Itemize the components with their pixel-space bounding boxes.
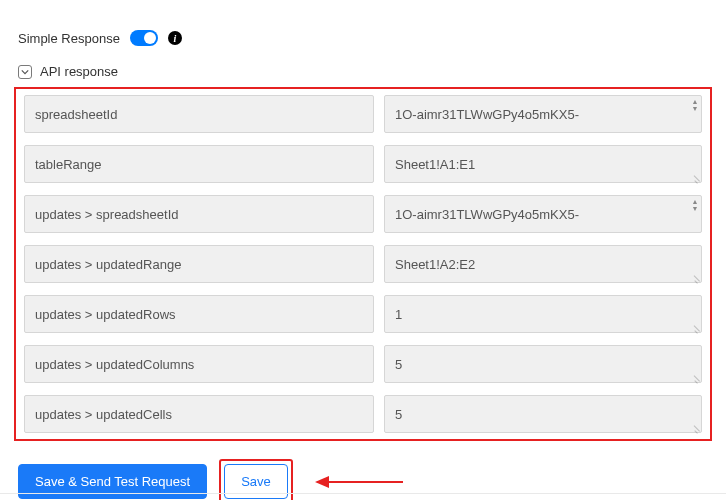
table-row: updates > updatedRange Sheet1!A2:E2: [16, 239, 710, 289]
response-value-text: Sheet1!A1:E1: [395, 157, 475, 172]
response-value[interactable]: 5: [384, 395, 702, 433]
table-row: updates > updatedColumns 5: [16, 339, 710, 389]
simple-response-row: Simple Response i: [18, 30, 712, 46]
section-title: API response: [40, 64, 118, 79]
simple-response-toggle[interactable]: [130, 30, 158, 46]
response-value[interactable]: Sheet1!A2:E2: [384, 245, 702, 283]
table-row: updates > updatedRows 1: [16, 289, 710, 339]
divider: [0, 493, 726, 494]
api-response-table: spreadsheetId 1O-aimr31TLWwGPy4o5mKX5- ▲…: [14, 87, 712, 441]
scroll-icon[interactable]: ▲▼: [691, 98, 699, 130]
response-key[interactable]: updates > updatedCells: [24, 395, 374, 433]
resize-grip-icon[interactable]: [692, 273, 700, 281]
table-row: tableRange Sheet1!A1:E1: [16, 139, 710, 189]
response-key[interactable]: updates > updatedRows: [24, 295, 374, 333]
resize-grip-icon[interactable]: [692, 323, 700, 331]
info-icon[interactable]: i: [168, 31, 182, 45]
svg-marker-1: [315, 476, 329, 488]
chevron-down-icon[interactable]: [18, 65, 32, 79]
response-value-text: Sheet1!A2:E2: [395, 257, 475, 272]
simple-response-label: Simple Response: [18, 31, 120, 46]
response-value-text: 5: [395, 357, 402, 372]
response-key[interactable]: updates > updatedColumns: [24, 345, 374, 383]
api-response-header: API response: [18, 64, 712, 79]
resize-grip-icon[interactable]: [692, 173, 700, 181]
table-row: updates > spreadsheetId 1O-aimr31TLWwGPy…: [16, 189, 710, 239]
response-key[interactable]: updates > spreadsheetId: [24, 195, 374, 233]
response-value[interactable]: 1O-aimr31TLWwGPy4o5mKX5- ▲▼: [384, 195, 702, 233]
annotation-arrow-icon: [315, 472, 405, 492]
response-value-text: 1: [395, 307, 402, 322]
resize-grip-icon[interactable]: [692, 373, 700, 381]
response-value-text: 1O-aimr31TLWwGPy4o5mKX5-: [395, 107, 579, 122]
resize-grip-icon[interactable]: [692, 423, 700, 431]
response-key[interactable]: tableRange: [24, 145, 374, 183]
response-value-text: 5: [395, 407, 402, 422]
response-value[interactable]: 1: [384, 295, 702, 333]
table-row: spreadsheetId 1O-aimr31TLWwGPy4o5mKX5- ▲…: [16, 89, 710, 139]
scroll-icon[interactable]: ▲▼: [691, 198, 699, 230]
response-key[interactable]: updates > updatedRange: [24, 245, 374, 283]
response-value[interactable]: Sheet1!A1:E1: [384, 145, 702, 183]
response-value[interactable]: 1O-aimr31TLWwGPy4o5mKX5- ▲▼: [384, 95, 702, 133]
response-value[interactable]: 5: [384, 345, 702, 383]
response-key[interactable]: spreadsheetId: [24, 95, 374, 133]
response-value-text: 1O-aimr31TLWwGPy4o5mKX5-: [395, 207, 579, 222]
table-row: updates > updatedCells 5: [16, 389, 710, 439]
